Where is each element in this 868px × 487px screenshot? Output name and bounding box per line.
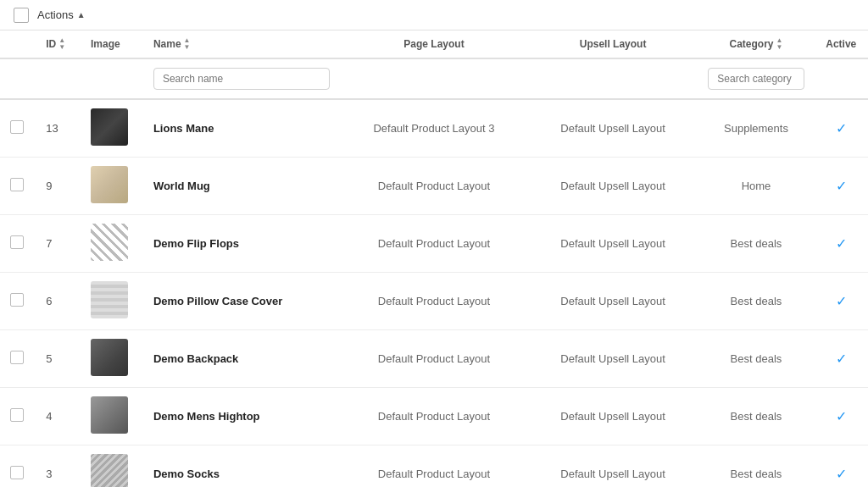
row-checkbox-cell[interactable] [0, 388, 36, 445]
product-image [91, 108, 128, 146]
product-table: ID ▲ ▼ Image Name ▲ ▼ [0, 30, 868, 487]
active-icon: ✓ [836, 467, 847, 481]
row-id: 3 [36, 445, 81, 488]
product-name-label: Demo Pillow Case Cover [153, 295, 282, 307]
filter-name-cell[interactable] [143, 58, 340, 99]
row-checkbox-5[interactable] [10, 408, 24, 422]
row-category: Best deals [698, 388, 814, 445]
row-name: Demo Flip Flops [143, 215, 340, 273]
th-name[interactable]: Name ▲ ▼ [143, 30, 340, 58]
row-active: ✓ [815, 388, 868, 445]
search-category-input[interactable] [708, 68, 804, 90]
filter-image-cell [81, 58, 143, 99]
product-image [91, 396, 128, 434]
filter-upsell-layout-cell [528, 58, 698, 99]
row-page-layout: Default Product Layout [340, 388, 528, 445]
product-name-label: Lions Mane [153, 122, 214, 135]
row-upsell-layout: Default Upsell Layout [528, 215, 698, 273]
row-page-layout: Default Product Layout [340, 273, 528, 330]
table-row: 3 Demo Socks Default Product Layout Defa… [0, 445, 868, 488]
row-upsell-layout: Default Upsell Layout [528, 99, 698, 158]
row-id: 13 [36, 99, 81, 158]
row-category: Best deals [698, 445, 814, 488]
row-checkbox-cell[interactable] [0, 445, 36, 488]
product-name-label: Demo Mens Hightop [153, 410, 260, 423]
row-category: Best deals [698, 215, 814, 273]
active-icon: ✓ [836, 294, 847, 308]
row-category: Home [698, 158, 814, 215]
th-id[interactable]: ID ▲ ▼ [36, 30, 81, 58]
product-image [91, 339, 128, 376]
table-row: 6 Demo Pillow Case Cover Default Product… [0, 273, 868, 330]
row-page-layout: Default Product Layout [340, 215, 528, 273]
row-image-cell [81, 330, 143, 388]
row-checkbox-4[interactable] [10, 351, 24, 364]
row-checkbox-1[interactable] [10, 178, 24, 191]
name-sort-arrows[interactable]: ▲ ▼ [184, 37, 191, 51]
select-all-checkbox[interactable] [14, 8, 29, 23]
row-image-cell [81, 273, 143, 330]
table-row: 5 Demo Backpack Default Product Layout D… [0, 330, 868, 388]
row-id: 4 [36, 388, 81, 445]
row-checkbox-cell[interactable] [0, 273, 36, 330]
category-sort-down-icon: ▼ [776, 44, 783, 51]
row-category: Supplements [698, 99, 814, 158]
row-image-cell [81, 99, 143, 158]
row-category: Best deals [698, 330, 814, 388]
th-category-label: Category [730, 38, 774, 50]
product-name-label: Demo Backpack [153, 352, 238, 365]
filter-checkbox-cell [0, 58, 36, 99]
row-upsell-layout: Default Upsell Layout [528, 158, 698, 215]
table-row: 13 Lions Mane Default Product Layout 3 D… [0, 99, 868, 158]
product-image [91, 454, 128, 487]
product-name-label: Demo Flip Flops [153, 237, 239, 250]
row-name: Lions Mane [143, 99, 340, 158]
active-icon: ✓ [836, 351, 847, 366]
product-image [91, 166, 128, 203]
row-name: Demo Pillow Case Cover [143, 273, 340, 330]
filter-page-layout-cell [340, 58, 528, 99]
row-image-cell [81, 445, 143, 488]
row-page-layout: Default Product Layout 3 [340, 99, 528, 158]
row-active: ✓ [815, 99, 868, 158]
th-category[interactable]: Category ▲ ▼ [698, 30, 814, 58]
row-upsell-layout: Default Upsell Layout [528, 388, 698, 445]
row-checkbox-2[interactable] [10, 235, 24, 249]
th-name-label: Name [153, 38, 181, 50]
actions-button[interactable]: Actions ▲ [37, 8, 86, 21]
row-page-layout: Default Product Layout [340, 445, 528, 488]
category-sort-arrows[interactable]: ▲ ▼ [776, 37, 783, 51]
th-active: Active [815, 30, 868, 58]
row-checkbox-cell[interactable] [0, 158, 36, 215]
th-image: Image [81, 30, 143, 58]
row-active: ✓ [815, 158, 868, 215]
row-name: Demo Backpack [143, 330, 340, 388]
row-image-cell [81, 158, 143, 215]
row-active: ✓ [815, 445, 868, 488]
th-page-layout: Page Layout [340, 30, 528, 58]
row-active: ✓ [815, 273, 868, 330]
filter-row [0, 58, 868, 99]
row-page-layout: Default Product Layout [340, 158, 528, 215]
table-row: 4 Demo Mens Hightop Default Product Layo… [0, 388, 868, 445]
search-name-input[interactable] [153, 68, 330, 90]
row-checkbox-cell[interactable] [0, 215, 36, 273]
row-id: 9 [36, 158, 81, 215]
row-image-cell [81, 215, 143, 273]
row-active: ✓ [815, 215, 868, 273]
th-upsell-layout: Upsell Layout [528, 30, 698, 58]
table-header-row: ID ▲ ▼ Image Name ▲ ▼ [0, 30, 868, 58]
filter-category-cell[interactable] [698, 58, 814, 99]
row-checkbox-cell[interactable] [0, 330, 36, 388]
id-sort-arrows[interactable]: ▲ ▼ [58, 37, 65, 51]
row-checkbox-cell[interactable] [0, 99, 36, 158]
row-checkbox-0[interactable] [10, 120, 24, 134]
sort-down-icon: ▼ [58, 44, 65, 51]
row-checkbox-6[interactable] [10, 466, 24, 479]
name-sort-down-icon: ▼ [184, 44, 191, 51]
row-name: World Mug [143, 158, 340, 215]
row-name: Demo Socks [143, 445, 340, 488]
product-image [91, 224, 128, 261]
product-name-label: Demo Socks [153, 468, 220, 480]
row-checkbox-3[interactable] [10, 293, 24, 307]
